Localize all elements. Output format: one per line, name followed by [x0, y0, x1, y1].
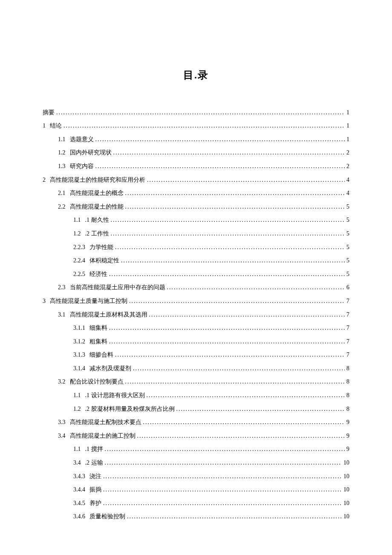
toc-entry-label: 高性能混凝土的性能研究和应用分析 — [50, 176, 145, 184]
toc-row: 1结论1 — [43, 122, 349, 130]
toc-row: 3高性能混凝土质量与施工控制7 — [43, 297, 349, 305]
toc-entry-label: 力学性能 — [89, 243, 113, 252]
toc-entry-number: 2 — [43, 176, 50, 184]
toc-entry-page: 5 — [345, 270, 349, 279]
toc-entry-label: 浇注 — [89, 472, 101, 481]
toc-leader-dots — [141, 418, 345, 427]
toc-row: 2.2.3力学性能5 — [43, 243, 349, 252]
toc-entry-label: .1 搅拌 — [85, 445, 103, 453]
toc-row: 2.1高性能混凝土的概念4 — [43, 189, 349, 198]
toc-row: 3.4.5养护10 — [43, 499, 349, 508]
toc-entry-label: 经济性 — [89, 270, 107, 279]
toc-entry-page: 9 — [345, 445, 349, 453]
toc-row: 1.3研究内容2 — [43, 162, 349, 171]
toc-entry-label: .1 设计思路有很大区别 — [85, 391, 145, 400]
toc-leader-dots — [62, 122, 345, 130]
toc-entry-number: 2.2.3 — [73, 243, 89, 252]
toc-leader-dots — [165, 283, 345, 292]
toc-entry-page: 5 — [345, 230, 349, 238]
toc-leader-dots — [119, 256, 345, 265]
toc-entry-label: .2 工作性 — [85, 230, 109, 238]
toc-entry-number: 2.2.5 — [73, 270, 89, 279]
toc-row: 2高性能混凝土的性能研究和应用分析4 — [43, 176, 349, 184]
toc-entry-page: 1 — [345, 135, 349, 144]
toc-leader-dots — [113, 243, 345, 252]
toc-leader-dots — [94, 135, 345, 144]
toc-row: 摘要1 — [43, 108, 349, 117]
toc-entry-number: 1 — [43, 122, 50, 130]
toc-leader-dots — [103, 459, 342, 467]
page-title: 目.录 — [43, 68, 349, 83]
toc-row: 3.4.4振捣10 — [43, 485, 349, 494]
toc-entry-label: 结论 — [50, 122, 62, 130]
toc-row: 3.1.3细掺合料7 — [43, 351, 349, 359]
toc-leader-dots — [55, 108, 345, 117]
toc-entry-page: 5 — [345, 216, 349, 224]
toc-entry-number: 1.1 — [73, 216, 85, 224]
toc-entry-page: 1 — [345, 122, 349, 130]
toc-entry-page: 8 — [345, 378, 349, 386]
toc-entry-page: 7 — [345, 351, 349, 359]
toc-entry-number: 1.3 — [58, 162, 70, 171]
toc-entry-number: 3.1.3 — [73, 351, 89, 359]
toc-entry-page: 10 — [342, 512, 349, 521]
table-of-contents: 摘要11结论11.1选题意义11.2国内外研究现状21.3研究内容22高性能混凝… — [43, 108, 349, 521]
toc-leader-dots — [109, 216, 345, 224]
toc-leader-dots — [147, 311, 345, 319]
toc-entry-page: 10 — [342, 472, 349, 481]
toc-entry-label: 研究内容 — [70, 162, 94, 171]
toc-row: 2.3当前高性能混凝土应用中存在的问题6 — [43, 283, 349, 292]
toc-leader-dots — [124, 203, 345, 211]
toc-entry-label: 养护 — [89, 499, 101, 508]
toc-entry-number: 3.1 — [58, 311, 70, 319]
toc-leader-dots — [145, 391, 345, 400]
toc-row: 3.4.6质量检验控制10 — [43, 512, 349, 521]
toc-leader-dots — [145, 176, 345, 184]
toc-entry-number: 1.2 — [58, 148, 70, 157]
toc-entry-page: 10 — [342, 459, 349, 467]
toc-leader-dots — [131, 364, 345, 373]
toc-row: 3.1.4减水剂及缓凝剂8 — [43, 364, 349, 373]
toc-leader-dots — [107, 337, 345, 346]
toc-entry-label: .2 运输 — [85, 459, 103, 467]
toc-entry-number: 3.1.1 — [73, 324, 89, 332]
toc-row: 3.4.2 运输10 — [43, 459, 349, 467]
toc-entry-number: 3.4 — [58, 432, 70, 440]
toc-entry-number: 1.1 — [73, 391, 85, 400]
toc-entry-page: 7 — [345, 311, 349, 319]
toc-leader-dots — [175, 405, 345, 413]
toc-entry-page: 2 — [345, 162, 349, 171]
toc-entry-number: 1.1 — [73, 445, 85, 453]
toc-entry-number: 3.4.4 — [73, 485, 89, 494]
toc-entry-page: 9 — [345, 432, 349, 440]
toc-entry-number: 1.2 — [73, 405, 85, 413]
toc-entry-number: 3.2 — [58, 378, 70, 386]
toc-entry-page: 4 — [345, 176, 349, 184]
toc-entry-number: 1.2 — [73, 230, 85, 238]
toc-entry-page: 8 — [345, 391, 349, 400]
toc-leader-dots — [107, 324, 345, 332]
toc-entry-label: 摘要 — [43, 108, 55, 117]
toc-entry-label: 选题意义 — [70, 135, 94, 144]
toc-row: 3.4.3浇注10 — [43, 472, 349, 481]
toc-leader-dots — [94, 162, 345, 171]
toc-row: 1.1.1 耐久性5 — [43, 216, 349, 224]
toc-entry-label: 体积稳定性 — [89, 256, 119, 265]
toc-entry-number: 2.3 — [58, 283, 70, 292]
toc-entry-number: 3 — [43, 297, 50, 305]
toc-leader-dots — [101, 485, 342, 494]
toc-leader-dots — [103, 445, 345, 453]
toc-entry-page: 7 — [345, 324, 349, 332]
toc-entry-label: 当前高性能混凝土应用中存在的问题 — [70, 283, 165, 292]
toc-leader-dots — [135, 432, 345, 440]
toc-leader-dots — [127, 297, 345, 305]
toc-entry-label: 减水剂及缓凝剂 — [89, 364, 131, 373]
toc-entry-label: 振捣 — [89, 485, 101, 494]
toc-row: 3.2配合比设计控制要点8 — [43, 378, 349, 386]
toc-entry-page: 8 — [345, 405, 349, 413]
toc-entry-number: 2.2.4 — [73, 256, 89, 265]
toc-leader-dots — [101, 499, 342, 508]
toc-entry-number: 2.1 — [58, 189, 70, 198]
toc-leader-dots — [124, 189, 345, 198]
toc-entry-label: 细集料 — [89, 324, 107, 332]
